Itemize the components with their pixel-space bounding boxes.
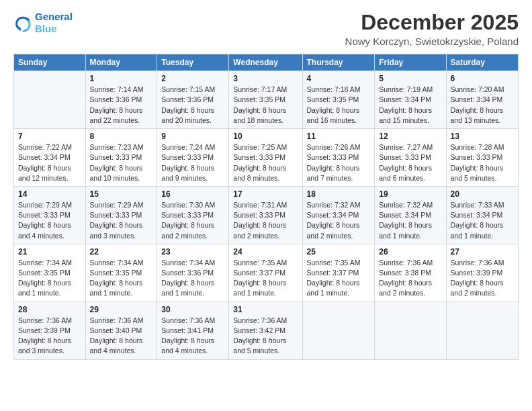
day-info: Sunrise: 7:36 AMSunset: 3:42 PMDaylight:… bbox=[233, 316, 298, 357]
day-info: Sunrise: 7:18 AMSunset: 3:35 PMDaylight:… bbox=[307, 85, 371, 126]
day-number: 12 bbox=[379, 132, 441, 141]
day-number: 11 bbox=[307, 132, 371, 141]
day-info: Sunrise: 7:36 AMSunset: 3:39 PMDaylight:… bbox=[18, 316, 81, 357]
calendar-cell-w5-d2: 29Sunrise: 7:36 AMSunset: 3:40 PMDayligh… bbox=[85, 302, 157, 359]
day-number: 6 bbox=[451, 74, 514, 83]
calendar-cell-w3-d6: 19Sunrise: 7:32 AMSunset: 3:34 PMDayligh… bbox=[375, 186, 446, 244]
day-info: Sunrise: 7:19 AMSunset: 3:34 PMDaylight:… bbox=[379, 85, 441, 126]
day-info: Sunrise: 7:34 AMSunset: 3:36 PMDaylight:… bbox=[161, 258, 224, 299]
calendar-cell-w1-d6: 5Sunrise: 7:19 AMSunset: 3:34 PMDaylight… bbox=[375, 71, 446, 129]
calendar-cell-w4-d7: 27Sunrise: 7:36 AMSunset: 3:39 PMDayligh… bbox=[446, 244, 518, 302]
col-saturday: Saturday bbox=[446, 54, 518, 71]
calendar-cell-w5-d6 bbox=[375, 302, 446, 359]
calendar-week-5: 28Sunrise: 7:36 AMSunset: 3:39 PMDayligh… bbox=[14, 302, 519, 359]
day-number: 23 bbox=[161, 247, 224, 257]
calendar-subtitle: Nowy Korczyn, Swietokrzyskie, Poland bbox=[345, 36, 519, 47]
calendar-cell-w4-d2: 22Sunrise: 7:34 AMSunset: 3:35 PMDayligh… bbox=[85, 244, 157, 302]
day-info: Sunrise: 7:31 AMSunset: 3:33 PMDaylight:… bbox=[233, 200, 298, 241]
day-number: 25 bbox=[307, 247, 371, 257]
day-number: 26 bbox=[379, 247, 441, 257]
calendar-cell-w3-d1: 14Sunrise: 7:29 AMSunset: 3:33 PMDayligh… bbox=[14, 186, 86, 244]
calendar-cell-w4-d1: 21Sunrise: 7:34 AMSunset: 3:35 PMDayligh… bbox=[14, 244, 86, 302]
calendar-cell-w5-d3: 30Sunrise: 7:36 AMSunset: 3:41 PMDayligh… bbox=[157, 302, 229, 359]
day-info: Sunrise: 7:32 AMSunset: 3:34 PMDaylight:… bbox=[379, 200, 441, 241]
calendar-cell-w5-d7 bbox=[446, 302, 518, 359]
day-number: 5 bbox=[379, 74, 441, 83]
day-info: Sunrise: 7:22 AMSunset: 3:34 PMDaylight:… bbox=[18, 142, 81, 183]
day-number: 2 bbox=[161, 74, 224, 83]
col-wednesday: Wednesday bbox=[229, 54, 302, 71]
day-info: Sunrise: 7:24 AMSunset: 3:33 PMDaylight:… bbox=[161, 142, 224, 183]
day-info: Sunrise: 7:29 AMSunset: 3:33 PMDaylight:… bbox=[90, 200, 153, 241]
day-info: Sunrise: 7:35 AMSunset: 3:37 PMDaylight:… bbox=[233, 258, 298, 299]
calendar-week-3: 14Sunrise: 7:29 AMSunset: 3:33 PMDayligh… bbox=[14, 186, 519, 244]
col-monday: Monday bbox=[85, 54, 157, 71]
calendar-cell-w4-d3: 23Sunrise: 7:34 AMSunset: 3:36 PMDayligh… bbox=[157, 244, 229, 302]
calendar-cell-w2-d5: 11Sunrise: 7:26 AMSunset: 3:33 PMDayligh… bbox=[302, 129, 375, 187]
day-info: Sunrise: 7:34 AMSunset: 3:35 PMDaylight:… bbox=[90, 258, 153, 299]
day-number: 22 bbox=[90, 247, 153, 257]
day-info: Sunrise: 7:28 AMSunset: 3:33 PMDaylight:… bbox=[451, 142, 514, 183]
calendar-cell-w1-d7: 6Sunrise: 7:20 AMSunset: 3:34 PMDaylight… bbox=[446, 71, 518, 129]
day-number: 19 bbox=[379, 189, 441, 199]
day-info: Sunrise: 7:36 AMSunset: 3:41 PMDaylight:… bbox=[161, 316, 224, 357]
col-tuesday: Tuesday bbox=[157, 54, 229, 71]
day-number: 7 bbox=[18, 132, 81, 141]
calendar-cell-w1-d5: 4Sunrise: 7:18 AMSunset: 3:35 PMDaylight… bbox=[302, 71, 375, 129]
day-number: 18 bbox=[307, 189, 371, 199]
day-number: 10 bbox=[233, 132, 298, 141]
logo-blue: Blue bbox=[35, 23, 57, 34]
day-number: 8 bbox=[90, 132, 153, 141]
day-number: 16 bbox=[161, 189, 224, 199]
day-info: Sunrise: 7:32 AMSunset: 3:34 PMDaylight:… bbox=[307, 200, 371, 241]
calendar-table: Sunday Monday Tuesday Wednesday Thursday… bbox=[13, 54, 519, 359]
day-number: 29 bbox=[90, 305, 153, 314]
calendar-cell-w1-d1 bbox=[14, 71, 86, 129]
day-number: 20 bbox=[451, 189, 514, 199]
day-number: 30 bbox=[161, 305, 224, 314]
calendar-cell-w4-d5: 25Sunrise: 7:35 AMSunset: 3:37 PMDayligh… bbox=[302, 244, 375, 302]
calendar-cell-w2-d2: 8Sunrise: 7:23 AMSunset: 3:33 PMDaylight… bbox=[85, 129, 157, 187]
calendar-cell-w2-d3: 9Sunrise: 7:24 AMSunset: 3:33 PMDaylight… bbox=[157, 129, 229, 187]
calendar-cell-w4-d4: 24Sunrise: 7:35 AMSunset: 3:37 PMDayligh… bbox=[229, 244, 302, 302]
calendar-cell-w2-d7: 13Sunrise: 7:28 AMSunset: 3:33 PMDayligh… bbox=[446, 129, 518, 187]
day-number: 24 bbox=[233, 247, 298, 257]
calendar-cell-w2-d6: 12Sunrise: 7:27 AMSunset: 3:33 PMDayligh… bbox=[375, 129, 446, 187]
logo-icon bbox=[13, 13, 32, 32]
day-info: Sunrise: 7:33 AMSunset: 3:34 PMDaylight:… bbox=[451, 200, 514, 241]
calendar-cell-w1-d4: 3Sunrise: 7:17 AMSunset: 3:35 PMDaylight… bbox=[229, 71, 302, 129]
day-info: Sunrise: 7:23 AMSunset: 3:33 PMDaylight:… bbox=[90, 142, 153, 183]
day-info: Sunrise: 7:17 AMSunset: 3:35 PMDaylight:… bbox=[233, 85, 298, 126]
title-block: December 2025 Nowy Korczyn, Swietokrzysk… bbox=[345, 11, 519, 47]
day-info: Sunrise: 7:26 AMSunset: 3:33 PMDaylight:… bbox=[307, 142, 371, 183]
day-number: 4 bbox=[307, 74, 371, 83]
calendar-cell-w5-d4: 31Sunrise: 7:36 AMSunset: 3:42 PMDayligh… bbox=[229, 302, 302, 359]
col-friday: Friday bbox=[375, 54, 446, 71]
calendar-week-4: 21Sunrise: 7:34 AMSunset: 3:35 PMDayligh… bbox=[14, 244, 519, 302]
calendar-cell-w3-d4: 17Sunrise: 7:31 AMSunset: 3:33 PMDayligh… bbox=[229, 186, 302, 244]
day-info: Sunrise: 7:27 AMSunset: 3:33 PMDaylight:… bbox=[379, 142, 441, 183]
day-number: 14 bbox=[18, 189, 81, 199]
calendar-cell-w1-d2: 1Sunrise: 7:14 AMSunset: 3:36 PMDaylight… bbox=[85, 71, 157, 129]
logo-text: General Blue bbox=[35, 11, 73, 35]
calendar-cell-w2-d1: 7Sunrise: 7:22 AMSunset: 3:34 PMDaylight… bbox=[14, 129, 86, 187]
day-info: Sunrise: 7:36 AMSunset: 3:38 PMDaylight:… bbox=[379, 258, 441, 299]
day-info: Sunrise: 7:25 AMSunset: 3:33 PMDaylight:… bbox=[233, 142, 298, 183]
day-number: 27 bbox=[451, 247, 514, 257]
col-thursday: Thursday bbox=[302, 54, 375, 71]
calendar-cell-w3-d2: 15Sunrise: 7:29 AMSunset: 3:33 PMDayligh… bbox=[85, 186, 157, 244]
day-info: Sunrise: 7:29 AMSunset: 3:33 PMDaylight:… bbox=[18, 200, 81, 241]
col-sunday: Sunday bbox=[14, 54, 86, 71]
calendar-cell-w1-d3: 2Sunrise: 7:15 AMSunset: 3:36 PMDaylight… bbox=[157, 71, 229, 129]
day-number: 1 bbox=[90, 74, 153, 83]
calendar-header-row: Sunday Monday Tuesday Wednesday Thursday… bbox=[14, 54, 519, 71]
calendar-cell-w3-d7: 20Sunrise: 7:33 AMSunset: 3:34 PMDayligh… bbox=[446, 186, 518, 244]
day-number: 9 bbox=[161, 132, 224, 141]
day-info: Sunrise: 7:20 AMSunset: 3:34 PMDaylight:… bbox=[451, 85, 514, 126]
day-info: Sunrise: 7:36 AMSunset: 3:39 PMDaylight:… bbox=[451, 258, 514, 299]
day-number: 31 bbox=[233, 305, 298, 314]
day-number: 15 bbox=[90, 189, 153, 199]
day-number: 21 bbox=[18, 247, 81, 257]
logo-general: General bbox=[35, 11, 73, 22]
calendar-title: December 2025 bbox=[345, 11, 519, 34]
